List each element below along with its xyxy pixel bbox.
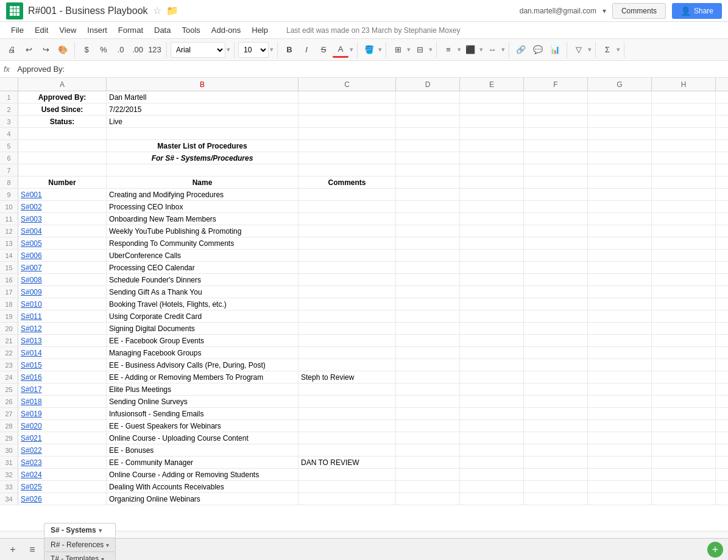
sheet-tab-0[interactable]: S# - Systems▾ — [44, 523, 116, 537]
cell-a-25[interactable]: S#017 — [18, 383, 107, 395]
chart-button[interactable]: 📊 — [547, 42, 563, 58]
font-size-select[interactable]: 10 — [238, 42, 269, 58]
col-header-i[interactable]: I — [716, 78, 728, 91]
cell-a-20[interactable]: S#012 — [18, 323, 107, 334]
table-row[interactable]: 17 S#009 Sending Gift As a Thank You — [0, 286, 728, 298]
cell-a-19[interactable]: S#011 — [18, 310, 107, 322]
merge-button[interactable]: ⊟ — [412, 42, 428, 58]
cell-a-10[interactable]: S#002 — [18, 201, 107, 212]
cell-a-26[interactable]: S#018 — [18, 396, 107, 407]
table-row[interactable]: 25 S#017 Elite Plus Meetings — [0, 383, 728, 396]
cell-b-32[interactable]: Online Course - Adding or Removing Stude… — [107, 469, 299, 480]
cell-b-7[interactable] — [107, 164, 299, 176]
cell-b-34[interactable]: Organizing Online Webinars — [107, 493, 299, 505]
cell-a-31[interactable]: S#023 — [18, 457, 107, 468]
folder-icon[interactable]: 📁 — [166, 5, 178, 16]
col-header-h[interactable]: H — [652, 78, 716, 91]
cell-b-31[interactable]: EE - Community Manager — [107, 457, 299, 468]
add-tab-button[interactable]: + — [707, 542, 723, 558]
cell-b-14[interactable]: UberConference Calls — [107, 250, 299, 261]
menu-file[interactable]: File — [6, 24, 29, 37]
sheet-tab-1[interactable]: R# - References▾ — [44, 537, 116, 551]
wrap-button[interactable]: ↔ — [484, 42, 500, 58]
cell-a-18[interactable]: S#010 — [18, 298, 107, 310]
sheets-menu-button[interactable]: ≡ — [24, 542, 40, 558]
table-row[interactable]: 21 S#013 EE - Facebook Group Events — [0, 335, 728, 347]
text-color-button[interactable]: A — [333, 42, 348, 58]
col-header-f[interactable]: F — [524, 78, 588, 91]
cell-b-28[interactable]: EE - Guest Speakers for Webinars — [107, 420, 299, 432]
col-header-b[interactable]: B — [107, 78, 299, 91]
cell-a-1[interactable]: Approved By: — [18, 91, 107, 103]
cell-b-24[interactable]: EE - Adding or Removing Members To Progr… — [107, 371, 299, 383]
cell-b-22[interactable]: Managing Facebook Groups — [107, 347, 299, 359]
cell-b-18[interactable]: Booking Travel (Hotels, Flights, etc.) — [107, 298, 299, 310]
cell-a-14[interactable]: S#006 — [18, 250, 107, 261]
table-row[interactable]: 28 S#020 EE - Guest Speakers for Webinar… — [0, 420, 728, 432]
table-row[interactable]: 33 S#025 Dealing With Accounts Receivabl… — [0, 481, 728, 493]
share-button[interactable]: 👤 Share — [672, 3, 722, 19]
table-row[interactable]: 22 S#014 Managing Facebook Groups — [0, 347, 728, 359]
menu-tools[interactable]: Tools — [177, 24, 205, 37]
table-row[interactable]: 19 S#011 Using Corporate Credit Card — [0, 310, 728, 323]
borders-button[interactable]: ⊞ — [390, 42, 406, 58]
menu-view[interactable]: View — [54, 24, 81, 37]
cell-a-21[interactable]: S#013 — [18, 335, 107, 346]
cell-b-23[interactable]: EE - Business Advisory Calls (Pre, Durin… — [107, 359, 299, 371]
table-row[interactable]: 23 S#015 EE - Business Advisory Calls (P… — [0, 359, 728, 371]
table-row[interactable]: 29 S#021 Online Course - Uploading Cours… — [0, 432, 728, 444]
table-row[interactable]: 24 S#016 EE - Adding or Removing Members… — [0, 371, 728, 383]
cell-a-2[interactable]: Used Since: — [18, 103, 107, 115]
cell-a-3[interactable]: Status: — [18, 116, 107, 127]
redo-button[interactable]: ↪ — [38, 42, 54, 58]
table-row[interactable]: 32 S#024 Online Course - Adding or Remov… — [0, 469, 728, 481]
align-left-button[interactable]: ≡ — [440, 42, 456, 58]
cell-a-6[interactable] — [18, 152, 107, 164]
percent-button[interactable]: % — [96, 42, 111, 58]
cell-b-5[interactable]: Master List of Procedures — [107, 140, 299, 152]
cell-b-26[interactable]: Sending Online Surveys — [107, 396, 299, 407]
cell-a-30[interactable]: S#022 — [18, 444, 107, 456]
menu-addons[interactable]: Add-ons — [207, 24, 246, 37]
table-row[interactable]: 18 S#010 Booking Travel (Hotels, Flights… — [0, 298, 728, 310]
user-dropdown-icon[interactable]: ▾ — [603, 7, 606, 15]
cell-a-4[interactable] — [18, 128, 107, 139]
cell-a-33[interactable]: S#025 — [18, 481, 107, 492]
fill-color-button[interactable]: 🪣 — [361, 42, 377, 58]
table-row[interactable]: 2 Used Since: 7/22/2015 — [0, 103, 728, 116]
table-row[interactable]: 9 S#001 Creating and Modifying Procedure… — [0, 189, 728, 201]
number-format-button[interactable]: 123 — [147, 42, 163, 58]
cell-b-10[interactable]: Processing CEO Inbox — [107, 201, 299, 212]
table-row[interactable]: 26 S#018 Sending Online Surveys — [0, 396, 728, 408]
cell-a-13[interactable]: S#005 — [18, 237, 107, 249]
cell-a-11[interactable]: S#003 — [18, 213, 107, 225]
table-row[interactable]: 4 — [0, 128, 728, 140]
table-row[interactable]: 20 S#012 Signing Digital Documents — [0, 323, 728, 335]
cell-a-7[interactable] — [18, 164, 107, 176]
link-button[interactable]: 🔗 — [513, 42, 529, 58]
cell-a-9[interactable]: S#001 — [18, 189, 107, 200]
cell-b-11[interactable]: Onboarding New Team Members — [107, 213, 299, 225]
table-row[interactable]: 11 S#003 Onboarding New Team Members — [0, 213, 728, 225]
menu-format[interactable]: Format — [113, 24, 148, 37]
table-row[interactable]: 15 S#007 Processing CEO Calendar — [0, 262, 728, 274]
cell-b-2[interactable]: 7/22/2015 — [107, 103, 299, 115]
comments-button[interactable]: Comments — [612, 3, 666, 19]
cell-a-34[interactable]: S#026 — [18, 493, 107, 505]
cell-b-13[interactable]: Responding To Community Comments — [107, 237, 299, 249]
cell-b-29[interactable]: Online Course - Uploading Course Content — [107, 432, 299, 444]
cell-a-32[interactable]: S#024 — [18, 469, 107, 480]
cell-a-12[interactable]: S#004 — [18, 225, 107, 237]
table-row[interactable]: 7 — [0, 164, 728, 177]
cell-b-17[interactable]: Sending Gift As a Thank You — [107, 286, 299, 298]
cell-a-28[interactable]: S#020 — [18, 420, 107, 432]
sheet-tab-2[interactable]: T# - Templates▾ — [44, 551, 116, 560]
menu-insert[interactable]: Insert — [82, 24, 112, 37]
col-header-g[interactable]: G — [588, 78, 652, 91]
font-name-select[interactable]: Arial — [171, 42, 225, 58]
decimal-dec-button[interactable]: .0 — [113, 42, 129, 58]
align-vert-button[interactable]: ⬛ — [462, 42, 478, 58]
cell-b-21[interactable]: EE - Facebook Group Events — [107, 335, 299, 346]
col-header-a[interactable]: A — [18, 78, 107, 91]
bold-button[interactable]: B — [281, 42, 297, 58]
